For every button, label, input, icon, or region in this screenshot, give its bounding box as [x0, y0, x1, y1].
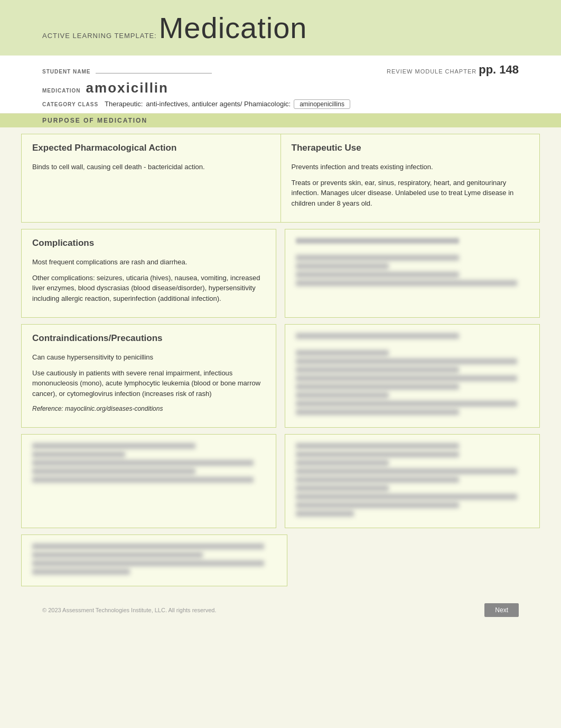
nursing-interventions-section	[21, 434, 276, 528]
ni-line2	[32, 460, 254, 466]
ce-content	[296, 451, 529, 517]
nursing-admin-section	[285, 324, 540, 428]
page: ACTIVE LEARNING TEMPLATE: Medication STU…	[0, 0, 561, 728]
eval-line3	[32, 569, 130, 575]
na-line8	[296, 409, 459, 415]
ce-line5	[296, 485, 389, 491]
na-line4	[296, 375, 517, 381]
contraindications-text1: Can cause hypersensitivity to penicillin…	[32, 352, 265, 363]
header-title: Medication	[159, 11, 307, 45]
header-subtitle: ACTIVE LEARNING TEMPLATE:	[42, 32, 157, 40]
header: ACTIVE LEARNING TEMPLATE: Medication	[0, 0, 561, 56]
interactions-header-blur	[296, 238, 459, 244]
contraindications-section: Contraindications/Precautions Can cause …	[21, 324, 276, 428]
eval-content	[32, 552, 276, 575]
category-therapeutic-value: anti-infectives, antiulcer agents/ Phami…	[146, 100, 291, 108]
expected-pharm-section: Expected Pharmacological Action Binds to…	[22, 134, 281, 222]
purpose-label: PURPOSE OF MEDICATION	[42, 117, 147, 124]
eval-line2	[32, 560, 264, 566]
complications-section: Complications Most frequent complication…	[21, 229, 276, 318]
evaluation-section	[21, 535, 287, 586]
ni-line1	[32, 451, 125, 457]
contraindications-text2: Use cautiously in patients with severe r…	[32, 368, 265, 399]
review-module-value: pp. 148	[479, 63, 519, 77]
medication-label: MEDICATION	[42, 88, 81, 94]
int-line2	[296, 263, 389, 269]
ni-content	[32, 451, 265, 483]
ce-line1	[296, 451, 459, 457]
ce-line6	[296, 494, 517, 500]
na-line3	[296, 367, 459, 373]
eval-spacer	[296, 535, 540, 586]
student-name-field[interactable]	[96, 62, 212, 73]
eval-header-blur	[32, 543, 276, 549]
contraindications-header: Contraindications/Precautions	[32, 333, 265, 346]
ni-header-blur	[32, 443, 265, 449]
complications-text2: Other complications: seizures, uticaria …	[32, 273, 265, 304]
ni-line3	[32, 468, 195, 474]
eval-header-line	[32, 543, 264, 549]
footer: © 2023 Assessment Technologies Institute…	[0, 597, 561, 623]
na-line6	[296, 392, 389, 398]
therapeutic-use-text2: Treats or prevents skin, ear, sinus, res…	[292, 178, 529, 209]
medication-value: amoxicillin	[86, 80, 169, 96]
ce-line2	[296, 460, 389, 466]
review-module-label: REVIEW MODULE CHAPTER	[387, 68, 476, 75]
category-pill: aminopenicillins	[294, 99, 350, 109]
category-therapeutic-label: Therapeutic:	[105, 100, 143, 108]
na-line5	[296, 384, 459, 390]
student-name-label: STUDENT NAME	[42, 69, 90, 75]
ce-line7	[296, 502, 459, 508]
na-line1	[296, 350, 389, 356]
int-line4	[296, 280, 517, 286]
ce-header-blur	[296, 443, 529, 449]
category-label: CATEGORY CLASS	[42, 102, 98, 107]
int-line1	[296, 255, 459, 261]
therapeutic-use-section: Therapeutic Use Prevents infection and t…	[281, 134, 540, 222]
nursing-admin-content	[296, 350, 529, 415]
therapeutic-use-text1: Prevents infection and treats existing i…	[292, 162, 529, 172]
expected-pharm-header: Expected Pharmacological Action	[32, 143, 270, 155]
purpose-bar: PURPOSE OF MEDICATION	[0, 114, 561, 127]
na-header-blur	[296, 333, 459, 339]
ni-header-line	[32, 443, 195, 449]
therapeutic-use-header: Therapeutic Use	[292, 143, 529, 155]
eval-line1	[32, 552, 203, 558]
next-button[interactable]: Next	[484, 603, 519, 617]
ce-line8	[296, 511, 354, 517]
ni-line4	[32, 477, 254, 483]
interactions-header	[296, 238, 529, 248]
int-line3	[296, 272, 459, 278]
client-education-section	[285, 434, 540, 528]
ce-header-line	[296, 443, 459, 449]
complications-text1: Most frequent complications are rash and…	[32, 257, 265, 268]
ce-line3	[296, 468, 517, 474]
contraindications-text3: Reference: mayoclinic.org/diseases-condi…	[32, 404, 265, 413]
nursing-admin-header	[296, 333, 529, 344]
complications-header: Complications	[32, 238, 265, 251]
footer-text: © 2023 Assessment Technologies Institute…	[42, 607, 217, 613]
interactions-content	[296, 255, 529, 286]
expected-pharm-text: Binds to cell wall, causing cell death -…	[32, 162, 270, 172]
interactions-section	[285, 229, 540, 318]
na-line7	[296, 401, 517, 407]
ce-line4	[296, 477, 459, 483]
na-line2	[296, 358, 517, 364]
